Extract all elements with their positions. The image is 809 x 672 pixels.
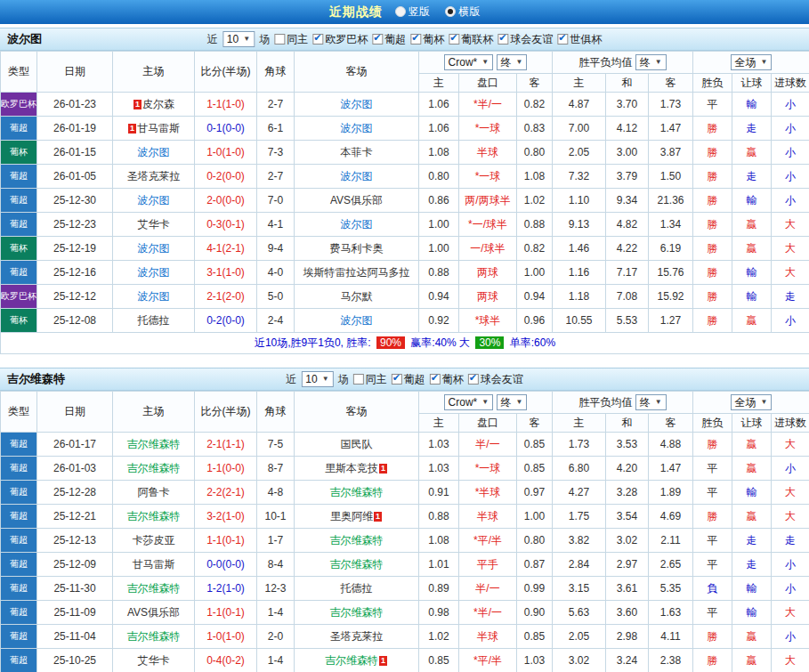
checkbox-icon	[468, 374, 479, 385]
team-link[interactable]: 吉尔维森特	[330, 486, 384, 498]
team-link[interactable]: 埃斯特雷拉达阿马多拉	[303, 266, 410, 279]
filter-checkbox-葡联杯[interactable]: 葡联杯	[449, 32, 493, 47]
radio-selected-icon	[445, 6, 456, 17]
team-cell: 波尔图	[295, 213, 419, 237]
team-link[interactable]: 本菲卡	[341, 146, 373, 158]
handicap-cell: 半球	[459, 141, 517, 165]
odds-final-dropdown[interactable]: 终▼	[497, 394, 528, 410]
team-cell: 托德拉	[295, 577, 419, 601]
team-link[interactable]: 波尔图	[138, 242, 170, 255]
team-link[interactable]: 托德拉	[341, 582, 373, 595]
filter-checkbox-球会友谊[interactable]: 球会友谊	[498, 32, 553, 47]
team-link[interactable]: 皮尔森	[142, 98, 174, 110]
team-link[interactable]: 艾华卡	[138, 654, 170, 667]
team-link[interactable]: 圣塔克莱拉	[330, 630, 384, 643]
team-link[interactable]: 吉尔维森特	[127, 510, 181, 522]
handicap-result-cell: 贏	[732, 237, 772, 261]
mean-final-dropdown[interactable]: 终▼	[635, 394, 667, 410]
odds-final-dropdown[interactable]: 终▼	[497, 54, 528, 70]
team-cell: 波尔图	[113, 261, 195, 285]
summary-prefix: 近10场,胜9平1负0, 胜率:	[255, 336, 371, 349]
filter-checkbox-同主[interactable]: 同主	[274, 32, 308, 47]
radio-vertical[interactable]: 竖版	[395, 4, 430, 20]
mean-draw-cell: 3.00	[606, 141, 649, 165]
mean-away-cell: 4.11	[649, 625, 693, 649]
team-link[interactable]: 波尔图	[138, 194, 170, 206]
team-link[interactable]: 吉尔维森特	[325, 654, 378, 667]
filter-checkbox-同主[interactable]: 同主	[353, 372, 387, 387]
team-link[interactable]: AVS俱乐部	[127, 606, 180, 619]
filter-checkbox-世俱杯[interactable]: 世俱杯	[557, 32, 602, 47]
filter-checkbox-葡杯[interactable]: 葡杯	[430, 372, 464, 387]
first-leg-badge: 1	[379, 656, 387, 666]
team-link[interactable]: 波尔图	[341, 218, 373, 231]
recent-count-value: 10	[305, 373, 317, 385]
team-link[interactable]: 波尔图	[138, 146, 170, 158]
filter-checkbox-葡超[interactable]: 葡超	[392, 372, 425, 387]
team-link[interactable]: 吉尔维森特	[127, 630, 181, 643]
filter-checkbox-球会友谊[interactable]: 球会友谊	[468, 372, 523, 387]
odds-home-cell: 0.85	[419, 649, 459, 672]
team-link[interactable]: 里斯本竞技	[325, 462, 378, 474]
handicap-cell: *一球	[459, 117, 517, 141]
team-cell: 1皮尔森	[113, 93, 195, 117]
team-link[interactable]: 卡莎皮亚	[133, 534, 175, 547]
team-link[interactable]: 甘马雷斯	[133, 558, 175, 571]
recent-count-select[interactable]: 10▼	[301, 371, 333, 387]
team-link[interactable]: 艾华卡	[138, 218, 170, 231]
sub-mean-home: 主	[553, 414, 606, 433]
fulltime-dropdown[interactable]: 全场▼	[731, 54, 773, 70]
match-row: 葡超25-12-09甘马雷斯0-0(0-0)8-4吉尔维森特1.01平手0.87…	[1, 553, 809, 577]
handicap-cell: *一/球半	[459, 213, 517, 237]
odds-source-dropdown[interactable]: Crow*▼	[444, 394, 494, 410]
matches-table-porto: 类型 日期 主场 比分(半场) 角球 客场 Crow*▼ 终▼ 胜平负均值 终▼…	[0, 51, 809, 354]
summary-row: 近10场,胜9平1负0, 胜率: 90% 赢率:40% 大 30% 单率:60%	[1, 333, 809, 354]
team-link[interactable]: 吉尔维森特	[330, 606, 384, 619]
match-row: 葡超26-01-05圣塔克莱拉0-2(0-0)2-7波尔图0.80*一球1.08…	[1, 165, 809, 189]
outcome-cell: 勝	[693, 165, 732, 189]
team-link[interactable]: 吉尔维森特	[330, 534, 384, 547]
recent-count-select[interactable]: 10▼	[222, 31, 255, 47]
team-link[interactable]: 托德拉	[138, 314, 170, 327]
team-link[interactable]: 波尔图	[341, 170, 373, 182]
filter-checkbox-葡杯[interactable]: 葡杯	[410, 32, 444, 47]
team-cell: 波尔图	[295, 309, 419, 333]
filter-checkbox-欧罗巴杯[interactable]: 欧罗巴杯	[312, 32, 368, 47]
filter-checkbox-葡超[interactable]: 葡超	[372, 32, 406, 47]
filter-near-label: 近	[207, 32, 218, 47]
team-link[interactable]: 波尔图	[341, 122, 373, 134]
odds-home-cell: 1.03	[419, 457, 459, 481]
team-cell: 艾华卡	[113, 213, 195, 237]
team-link[interactable]: 吉尔维森特	[127, 438, 181, 450]
team-link[interactable]: 费马利卡奥	[330, 242, 384, 255]
handicap-result-cell: 輸	[732, 601, 772, 625]
team-link[interactable]: 阿鲁卡	[138, 486, 170, 498]
date-cell: 25-12-30	[37, 189, 113, 213]
team-link[interactable]: 甘马雷斯	[137, 122, 180, 134]
date-cell: 26-01-19	[37, 117, 113, 141]
team-link[interactable]: 波尔图	[341, 314, 373, 327]
team-link[interactable]: 吉尔维森特	[330, 558, 384, 571]
team-link[interactable]: 国民队	[341, 438, 373, 450]
outcome-cell: 平	[693, 601, 732, 625]
big-rate-badge: 30%	[475, 336, 504, 349]
team-link[interactable]: 圣塔克莱拉	[127, 170, 181, 182]
odds-home-cell: 1.01	[419, 553, 459, 577]
outcome-cell: 勝	[693, 237, 732, 261]
team-link[interactable]: 波尔图	[341, 98, 373, 110]
mean-final-dropdown[interactable]: 终▼	[635, 54, 667, 70]
team-link[interactable]: 吉尔维森特	[127, 462, 181, 474]
team-link[interactable]: AVS俱乐部	[330, 194, 383, 206]
radio-horizontal[interactable]: 横版	[445, 4, 480, 20]
team-link[interactable]: 波尔图	[138, 290, 170, 303]
mean-draw-cell: 3.53	[606, 433, 649, 457]
fulltime-dropdown[interactable]: 全场▼	[731, 394, 773, 410]
outcome-cell: 平	[693, 553, 732, 577]
odds-source-dropdown[interactable]: Crow*▼	[444, 54, 494, 70]
team-link[interactable]: 波尔图	[138, 266, 170, 279]
team-link[interactable]: 吉尔维森特	[127, 582, 181, 595]
team-link[interactable]: 马尔默	[341, 290, 373, 303]
team-link[interactable]: 里奥阿维	[330, 510, 373, 522]
first-leg-badge: 1	[133, 100, 142, 109]
mean-home-cell: 3.82	[553, 529, 606, 553]
